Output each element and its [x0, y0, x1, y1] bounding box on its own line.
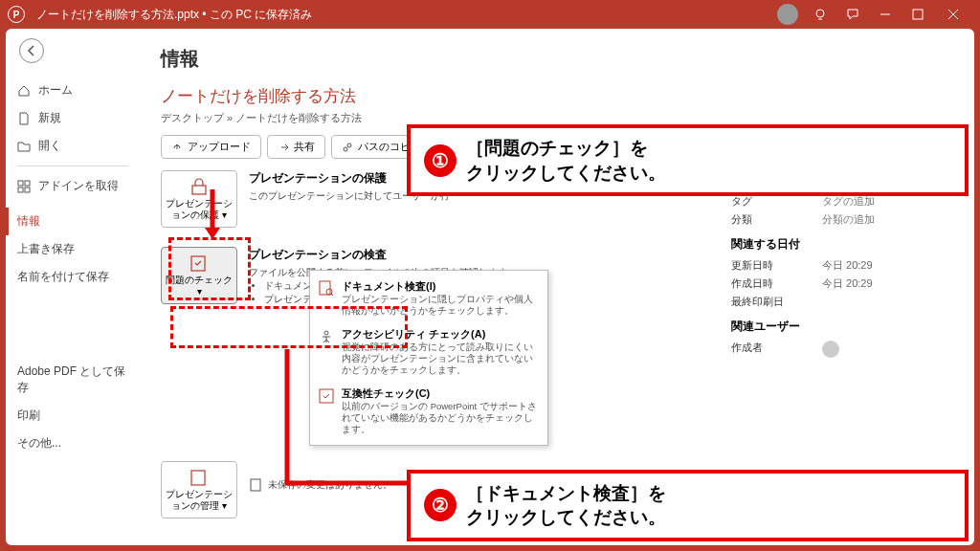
- props-dates-heading: 関連する日付: [731, 236, 951, 253]
- breadcrumb: デスクトップ » ノートだけを削除する方法: [161, 111, 953, 125]
- person-icon: [318, 328, 335, 345]
- app-icon: P: [8, 6, 25, 23]
- prop-val: 今日 20:29: [822, 276, 873, 291]
- callout-1: ① ［問題のチェック］を クリックしてください。: [407, 124, 969, 196]
- addin-icon: [17, 180, 31, 193]
- page-title: 情報: [161, 46, 953, 72]
- nav-home[interactable]: ホーム: [6, 77, 140, 104]
- dd-document-inspect[interactable]: ドキュメント検査(I)プレゼンテーションに隠しプロパティや個人情報がないかどうか…: [310, 275, 547, 322]
- prop-val: 今日 20:29: [822, 258, 873, 273]
- lightbulb-icon[interactable]: [804, 0, 836, 29]
- nav-new[interactable]: 新規: [6, 104, 140, 132]
- svg-point-16: [822, 341, 839, 358]
- nav-saveas[interactable]: 名前を付けて保存: [6, 263, 140, 291]
- btn-label: 共有: [294, 140, 315, 154]
- nav-save[interactable]: 上書き保存: [6, 235, 140, 263]
- dd-desc: プレゼンテーションに隠しプロパティや個人情報がないかどうかをチェックします。: [342, 294, 540, 318]
- back-button[interactable]: [19, 38, 44, 63]
- svg-point-0: [816, 10, 824, 17]
- svg-rect-1: [913, 10, 923, 19]
- prop-label: 最終印刷日: [731, 295, 822, 309]
- nav-label: 名前を付けて保存: [17, 269, 109, 285]
- folder-icon: [17, 140, 31, 153]
- upload-button[interactable]: アップロード: [161, 135, 261, 159]
- props-users-heading: 関連ユーザー: [731, 319, 951, 335]
- svg-rect-12: [320, 281, 330, 295]
- svg-rect-11: [251, 479, 260, 491]
- check-icon: [189, 254, 210, 272]
- svg-rect-10: [191, 471, 205, 485]
- svg-rect-3: [25, 181, 30, 186]
- share-button[interactable]: 共有: [267, 135, 325, 159]
- prop-label: 分類: [731, 212, 822, 227]
- nav-other[interactable]: その他...: [6, 430, 140, 457]
- inspect-title: プレゼンテーションの検査: [249, 247, 593, 263]
- nav-label: ホーム: [38, 82, 73, 99]
- file-icon: [17, 112, 31, 125]
- doc-title: ノートだけを削除する方法: [161, 85, 953, 107]
- dd-title: アクセシビリティ チェック(A): [342, 327, 540, 342]
- feedback-icon[interactable]: [836, 0, 869, 29]
- nav-label: 情報: [17, 213, 40, 230]
- avatar-icon: [822, 341, 839, 358]
- protect-button[interactable]: プレゼンテーションの保護 ▾: [161, 170, 237, 228]
- svg-point-14: [324, 331, 328, 335]
- nav-addins[interactable]: アドインを取得: [6, 172, 140, 200]
- nav-label: Adobe PDF として保存: [17, 364, 128, 396]
- callout-2: ② ［ドキュメント検査］を クリックしてください。: [407, 470, 969, 541]
- svg-rect-5: [25, 187, 30, 192]
- maximize-icon[interactable]: [902, 0, 934, 29]
- nav-label: 開く: [38, 138, 61, 154]
- btn-label: 問題のチェック ▾: [166, 275, 233, 298]
- window-title: ノートだけを削除する方法.pptx • この PC に保存済み: [36, 7, 312, 23]
- prop-val[interactable]: 分類の追加: [822, 212, 875, 227]
- prop-label: 作成者: [731, 341, 822, 360]
- inspect-button[interactable]: 問題のチェック ▾: [161, 247, 237, 304]
- svg-point-7: [347, 143, 351, 147]
- annotation-arrow-2: [281, 349, 425, 497]
- nav-label: 新規: [38, 110, 61, 126]
- nav-label: 上書き保存: [17, 241, 75, 257]
- annotation-arrow-1: [203, 189, 222, 243]
- prop-val: [822, 341, 839, 360]
- home-icon: [17, 84, 31, 98]
- doc-icon: [249, 478, 262, 492]
- nav-label: 印刷: [17, 408, 40, 424]
- callout-text: ［問題のチェック］を クリックしてください。: [466, 136, 666, 185]
- nav-adobe[interactable]: Adobe PDF として保存: [6, 358, 140, 402]
- minimize-icon[interactable]: [869, 0, 902, 29]
- search-doc-icon: [318, 280, 335, 298]
- nav-print[interactable]: 印刷: [6, 402, 140, 430]
- btn-label: プレゼンテーションの保護 ▾: [166, 198, 233, 221]
- btn-label: プレゼンテーションの管理 ▾: [166, 489, 233, 512]
- user-avatar[interactable]: [777, 4, 798, 25]
- manage-icon: [189, 469, 210, 486]
- dd-title: ドキュメント検査(I): [342, 279, 540, 294]
- callout-number: ①: [424, 144, 457, 177]
- close-icon[interactable]: [934, 0, 972, 29]
- callout-text: ［ドキュメント検査］を クリックしてください。: [466, 481, 666, 530]
- svg-point-6: [344, 147, 347, 151]
- callout-number: ②: [424, 489, 457, 521]
- svg-rect-4: [18, 187, 23, 192]
- manage-button[interactable]: プレゼンテーションの管理 ▾: [161, 461, 237, 518]
- svg-rect-2: [18, 181, 23, 186]
- nav-label: その他...: [17, 435, 61, 452]
- nav-info[interactable]: 情報: [6, 208, 140, 235]
- nav-open[interactable]: 開く: [6, 132, 140, 160]
- prop-label: 作成日時: [731, 276, 822, 291]
- btn-label: アップロード: [188, 140, 251, 154]
- prop-label: 更新日時: [731, 258, 822, 273]
- nav-label: アドインを取得: [38, 178, 119, 194]
